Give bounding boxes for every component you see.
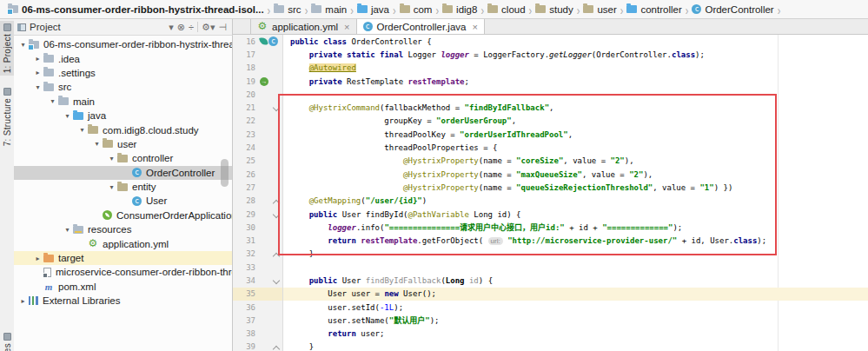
tree-expander-icon[interactable]: ▾ [106, 155, 117, 162]
tree-item-target[interactable]: ▸target [14, 251, 232, 265]
code-text[interactable]: User user = new User(); [283, 289, 436, 298]
tree-item-resources[interactable]: ▾resources [14, 222, 232, 236]
code-line-27[interactable]: 27 @HystrixProperty(name = "queueSizeRej… [233, 181, 868, 194]
tree-item-application-yml[interactable]: ⚙application.yml [14, 236, 232, 250]
code-line-28[interactable]: 28 @GetMapping("/user/{id}") [233, 195, 868, 208]
tree-expander-icon[interactable]: ▸ [32, 55, 43, 63]
tree-item-controller[interactable]: ▾controller [14, 151, 232, 165]
toolwindow-button-structure[interactable]: 7: Structure [0, 85, 14, 149]
tree-expander-icon[interactable]: ▸ [32, 255, 43, 262]
code-text[interactable]: @HystrixProperty(name = "maxQueueSize", … [283, 170, 653, 179]
code-text[interactable]: private static final Logger logger = Log… [283, 50, 705, 59]
code-line-32[interactable]: 32 } [233, 248, 868, 261]
tree-item--settings[interactable]: ▸.settings [14, 66, 232, 80]
code-line-25[interactable]: 25 @HystrixProperty(name = "coreSize", v… [233, 155, 868, 168]
hide-panel-icon[interactable]: ⊣ [216, 20, 229, 35]
code-text[interactable]: } [283, 342, 314, 351]
tab-close-icon[interactable]: × [344, 22, 349, 32]
code-text[interactable]: @HystrixCommand(fallbackMethod = "findBy… [283, 103, 553, 112]
code-text[interactable]: user.setId(-1L); [283, 303, 403, 312]
code-text[interactable]: @Autowired [283, 63, 356, 72]
code-text[interactable]: } [283, 249, 314, 258]
tree-expander-icon[interactable]: ▾ [32, 83, 43, 91]
project-tree-scrollbar[interactable] [221, 159, 229, 187]
tree-expander-icon[interactable]: ▾ [47, 97, 58, 105]
code-text[interactable]: return restTemplate.getForObject( url: "… [283, 236, 766, 245]
tree-item-external-libraries[interactable]: ▸External Libraries [14, 294, 232, 308]
code-text[interactable]: @HystrixProperty(name = "coreSize", valu… [283, 156, 634, 165]
code-text[interactable]: private RestTemplate restTemplate; [283, 77, 469, 86]
code-line-31[interactable]: 31 return restTemplate.getForObject( url… [233, 234, 868, 247]
code-text[interactable]: groupKey = "orderUserGroup", [283, 116, 516, 125]
code-line-30[interactable]: 30 logger.info("===============请求用户中心接口，… [233, 221, 868, 234]
breadcrumb-item[interactable]: main [308, 4, 349, 15]
code-line-19[interactable]: 19→ private RestTemplate restTemplate; [233, 75, 868, 88]
toolwindow-button-favorites[interactable]: Favorites [0, 330, 14, 351]
breadcrumb-item[interactable]: cOrderController [689, 4, 776, 15]
editor-tab-ordercontroller-java[interactable]: cOrderController.java× [357, 19, 485, 34]
code-text[interactable]: threadPoolProperties = { [283, 143, 497, 152]
tree-item-user[interactable]: ▾user [14, 137, 232, 151]
breadcrumb-item[interactable]: idig8 [440, 4, 480, 15]
tree-item-ordercontroller[interactable]: cOrderController [14, 166, 232, 180]
code-line-21[interactable]: 21 @HystrixCommand(fallbackMethod = "fin… [233, 101, 868, 114]
code-text[interactable]: user.setName("默认用户"); [283, 315, 439, 326]
code-text[interactable]: @HystrixProperty(name = "queueSizeReject… [283, 183, 732, 192]
code-text[interactable]: logger.info("===============请求用户中心接口，用户i… [283, 222, 682, 233]
fold-marker-icon[interactable] [273, 211, 279, 217]
breadcrumb-item[interactable]: src [271, 4, 303, 15]
code-line-38[interactable]: 38 return user; [233, 328, 868, 341]
tree-item-entity[interactable]: ▾entity [14, 180, 232, 194]
tab-close-icon[interactable]: × [472, 22, 477, 32]
code-line-23[interactable]: 23 threadPoolKey = "orderUserIdThreadPoo… [233, 128, 868, 141]
tree-expander-icon[interactable]: ▾ [62, 226, 73, 234]
code-line-18[interactable]: 18 @Autowired [233, 62, 868, 75]
breadcrumb-item[interactable]: study [533, 4, 576, 15]
breadcrumb-item[interactable]: controller [624, 4, 684, 15]
code-line-33[interactable]: 33 [233, 261, 868, 274]
code-text[interactable]: threadPoolKey = "orderUserIdThreadPool", [283, 130, 573, 139]
fold-marker-icon[interactable] [273, 344, 279, 350]
fold-marker-icon[interactable] [273, 277, 279, 283]
tree-item-consumerorderapplication[interactable]: ConsumerOrderApplication [14, 209, 232, 222]
tree-expander-icon[interactable]: ▸ [17, 297, 29, 305]
code-line-37[interactable]: 37 user.setName("默认用户"); [233, 314, 868, 327]
locate-file-icon[interactable]: ⊗ [176, 20, 187, 35]
tree-expander-icon[interactable]: ▾ [62, 112, 73, 120]
code-line-35[interactable]: 35 User user = new User(); [233, 288, 868, 301]
tree-item-pom-xml[interactable]: mpom.xml [14, 280, 232, 294]
view-dropdown-icon[interactable]: ▾ [167, 20, 176, 35]
tree-item-src[interactable]: ▾src [14, 80, 232, 94]
tree-item-main[interactable]: ▾main [14, 95, 232, 109]
code-line-39[interactable]: 39 } [233, 341, 868, 351]
code-text[interactable]: public User findById(@PathVariable Long … [283, 210, 521, 219]
code-line-24[interactable]: 24 threadPoolProperties = { [233, 141, 868, 154]
fold-marker-icon[interactable] [273, 104, 279, 110]
code-line-34[interactable]: 34 public User findByIdFallback(Long id)… [233, 274, 868, 287]
tree-item-java[interactable]: ▾java [14, 109, 232, 123]
breadcrumb-item[interactable]: com [397, 4, 435, 15]
editor-tab-application-yml[interactable]: ⚙application.yml× [250, 19, 357, 34]
fold-marker-icon[interactable] [273, 251, 279, 257]
code-line-17[interactable]: 17 private static final Logger logger = … [233, 48, 868, 61]
code-text[interactable]: return user; [283, 329, 384, 338]
breadcrumb-item[interactable]: user [580, 4, 619, 15]
breadcrumb-item[interactable]: cloud [485, 4, 528, 15]
code-editor[interactable]: 16cpublic class OrderController {17 priv… [233, 35, 868, 351]
tree-expander-icon[interactable]: ▾ [91, 140, 103, 148]
tree-item-com-idig8-cloud-study[interactable]: ▾com.idig8.cloud.study [14, 123, 232, 136]
tree-expander-icon[interactable]: ▸ [32, 69, 43, 76]
code-line-22[interactable]: 22 groupKey = "orderUserGroup", [233, 115, 868, 128]
tree-item--idea[interactable]: ▸.idea [14, 51, 232, 65]
code-line-16[interactable]: 16cpublic class OrderController { [233, 35, 868, 48]
tree-expander-icon[interactable]: ▾ [106, 183, 117, 191]
code-line-26[interactable]: 26 @HystrixProperty(name = "maxQueueSize… [233, 168, 868, 181]
code-text[interactable]: public class OrderController { [283, 37, 432, 46]
code-line-20[interactable]: 20 [233, 88, 868, 101]
breadcrumb-item[interactable]: java [354, 4, 392, 15]
code-line-29[interactable]: 29 public User findById(@PathVariable Lo… [233, 208, 868, 221]
tree-item-06-ms-consumer-order-ribbon-hystrix-thread-[interactable]: ▾06-ms-consumer-order-ribbon-hystrix-thr… [14, 37, 232, 51]
code-text[interactable]: public User findByIdFallback(Long id) { [283, 276, 493, 285]
code-line-36[interactable]: 36 user.setId(-1L); [233, 301, 868, 314]
collapse-all-icon[interactable]: ÷ [187, 20, 195, 35]
